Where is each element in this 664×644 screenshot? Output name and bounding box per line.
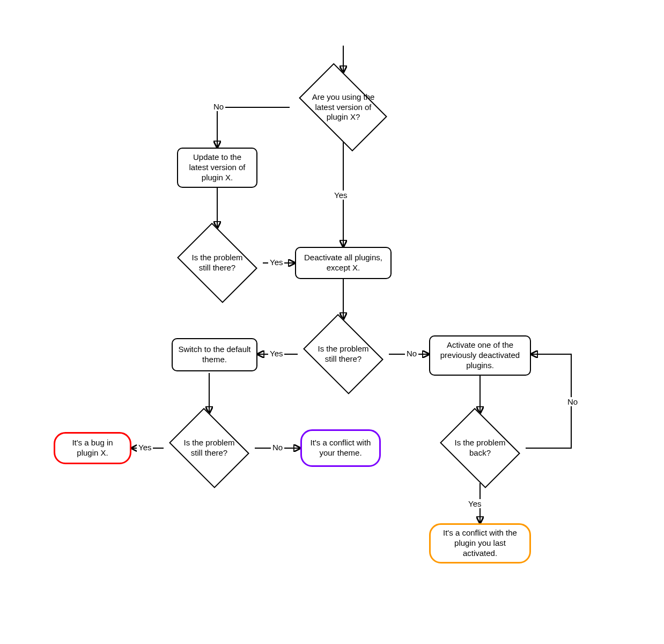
process-activate-one-plugin: Activate one of the previously deactivat… <box>429 335 531 376</box>
terminal-bug-in-plugin-label: It's a bug in plugin X. <box>61 438 124 458</box>
terminal-plugin-conflict: It's a conflict with the plugin you last… <box>429 523 531 564</box>
edge-label-d5-yes: Yes <box>467 499 483 508</box>
process-deactivate-plugins-label: Deactivate all plugins, except X. <box>301 253 385 273</box>
terminal-bug-in-plugin: It's a bug in plugin X. <box>54 432 131 464</box>
edge-label-d4-no: No <box>271 443 284 452</box>
flowchart-canvas: Are you using the latest version of plug… <box>0 0 664 644</box>
process-update-plugin: Update to the latest version of plugin X… <box>177 148 257 188</box>
edge-label-d4-yes: Yes <box>137 443 153 452</box>
decision-problem-after-theme-label: Is the problem still there? <box>164 413 255 483</box>
edge-label-d3-yes: Yes <box>268 349 284 358</box>
process-switch-theme: Switch to the default theme. <box>172 338 257 371</box>
decision-problem-after-update: Is the problem still there? <box>172 228 263 298</box>
decision-problem-after-deactivate-label: Is the problem still there? <box>298 319 389 389</box>
terminal-theme-conflict: It's a conflict with your theme. <box>300 429 381 467</box>
edge-label-d1-no: No <box>212 102 225 111</box>
decision-latest-version: Are you using the latest version of plug… <box>290 72 397 142</box>
process-switch-theme-label: Switch to the default theme. <box>178 345 251 365</box>
edge-label-d3-no: No <box>405 349 418 358</box>
process-update-plugin-label: Update to the latest version of plugin X… <box>183 152 251 182</box>
decision-problem-after-deactivate: Is the problem still there? <box>298 319 389 389</box>
decision-problem-after-theme: Is the problem still there? <box>164 413 255 483</box>
edge-label-d2-yes: Yes <box>268 258 284 267</box>
terminal-plugin-conflict-label: It's a conflict with the plugin you last… <box>436 528 524 558</box>
terminal-theme-conflict-label: It's a conflict with your theme. <box>307 438 374 458</box>
decision-latest-version-label: Are you using the latest version of plug… <box>290 72 397 142</box>
decision-problem-back-label: Is the problem back? <box>434 413 526 483</box>
edge-label-d5-no: No <box>566 397 579 406</box>
decision-problem-back: Is the problem back? <box>434 413 526 483</box>
process-activate-one-plugin-label: Activate one of the previously deactivat… <box>436 340 525 370</box>
edge-label-d1-yes: Yes <box>333 191 349 200</box>
decision-problem-after-update-label: Is the problem still there? <box>172 228 263 298</box>
process-deactivate-plugins: Deactivate all plugins, except X. <box>295 247 392 279</box>
